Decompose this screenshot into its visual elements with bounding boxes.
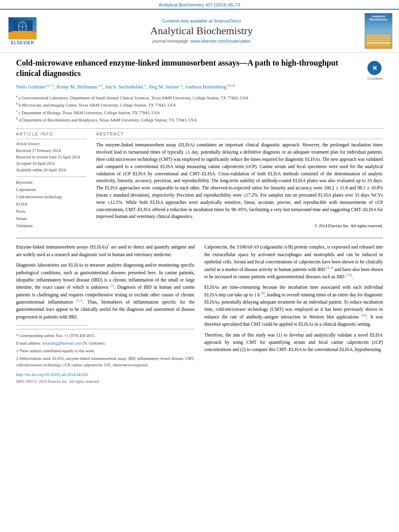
body-divider bbox=[16, 238, 383, 238]
article-info-label: ARTICLE INFO bbox=[16, 132, 86, 136]
section-divider-1 bbox=[16, 128, 383, 129]
svg-rect-1 bbox=[12, 31, 33, 36]
body-section: Enzyme-linked immunosorbent assays (ELIS… bbox=[0, 238, 399, 385]
journal-center-info: Contents lists available at ScienceDirec… bbox=[43, 18, 360, 43]
body-right-para-3: Therefore, the aim of this study was (1)… bbox=[204, 331, 383, 353]
footnote-2: 2 Abbreviations used: ELISA, enzyme-link… bbox=[16, 355, 195, 368]
homepage-label: journal homepage: bbox=[152, 39, 190, 43]
crossmark-icon: ✕ bbox=[367, 61, 382, 75]
elsevier-label: ELSEVIER bbox=[11, 41, 34, 45]
doi-link[interactable]: http://dx.doi.org/10.1016/j.ab.2014.04.0… bbox=[16, 372, 88, 377]
keyword-3: ELISA bbox=[16, 201, 86, 208]
science-direct-link-text[interactable]: ScienceDirect bbox=[214, 18, 241, 23]
body-right-para-2: ELISAs are time-consuming because the in… bbox=[204, 283, 383, 328]
revised-date: Received in revised form 15 April 2014 bbox=[16, 154, 86, 160]
footnote-email: E-mail address: tierarztng@hotmail.com (… bbox=[16, 340, 195, 347]
abstract-label: ABSTRACT bbox=[96, 132, 383, 136]
received-date: Received 27 February 2014 bbox=[16, 148, 86, 154]
email-link[interactable]: tierarztng@hotmail.com bbox=[42, 341, 82, 345]
copyright-notice: © 2014 Elsevier Inc. All rights reserved… bbox=[96, 223, 383, 229]
science-direct-label: Contents lists available at ScienceDirec… bbox=[43, 18, 360, 23]
accepted-date: Accepted 18 April 2014 bbox=[16, 160, 86, 167]
authors-line: Niels Grützner a,*,1, Romy M. Heilmann a… bbox=[16, 82, 383, 91]
footnote-1: 1 These authors contributed equally to t… bbox=[16, 348, 195, 354]
affiliation-a: a a Gastrointestinal Laboratory, Departm… bbox=[16, 94, 383, 101]
info-abstract-section: ARTICLE INFO Article history: Received 2… bbox=[16, 132, 383, 230]
footnotes: * Corresponding author. Fax: +1 (979) 45… bbox=[16, 329, 195, 385]
citation-text: Analytical Biochemistry 457 (2014) 65–73 bbox=[158, 2, 240, 7]
affiliation-c: c c Department of Biology, Texas A&M Uni… bbox=[16, 109, 383, 116]
crossmark-container[interactable]: ✕ CrossMark bbox=[367, 61, 383, 80]
citation-bar: Analytical Biochemistry 457 (2014) 65–73 bbox=[0, 0, 399, 9]
keywords-list: Calprotectin Cold-microwave technology E… bbox=[16, 186, 86, 230]
journal-thumbnail: AnalyticalBiochemistry bbox=[364, 13, 393, 49]
affiliation-b: b b Microscopy and Imaging Center, Texas… bbox=[16, 101, 383, 109]
body-para-1: Enzyme-linked immunosorbent assays (ELIS… bbox=[16, 243, 195, 258]
keywords-label: Keywords: bbox=[16, 180, 86, 185]
keyword-5: Serum bbox=[16, 215, 86, 222]
thumb-title: AnalyticalBiochemistry bbox=[370, 15, 387, 22]
journal-homepage: journal homepage: www.elsevier.com/locat… bbox=[43, 39, 360, 43]
homepage-url[interactable]: www.elsevier.com/locate/yabio bbox=[191, 39, 251, 43]
body-para-2: Diagnostic laboratories use ELISAs to me… bbox=[16, 261, 195, 320]
keyword-2: Cold-microwave technology bbox=[16, 193, 86, 201]
thumb-decoration bbox=[366, 35, 391, 47]
elsevier-graphic bbox=[8, 17, 37, 39]
article-area: ✕ CrossMark Cold-microwave enhanced enzy… bbox=[0, 53, 399, 233]
keyword-1: Calprotectin bbox=[16, 186, 86, 193]
article-title: Cold-microwave enhanced enzyme-linked im… bbox=[16, 58, 383, 78]
abstract-text: The enzyme-linked immunosorbent assay (E… bbox=[96, 142, 383, 229]
elsevier-logo: ELSEVIER bbox=[6, 17, 39, 45]
affiliations: a a Gastrointestinal Laboratory, Departm… bbox=[16, 94, 383, 123]
article-info-column: ARTICLE INFO Article history: Received 2… bbox=[16, 132, 86, 230]
journal-header: ELSEVIER Contents lists available at Sci… bbox=[0, 9, 399, 53]
body-columns: Enzyme-linked immunosorbent assays (ELIS… bbox=[16, 243, 383, 385]
affiliation-d: d d Department of Biochemistry and Bioph… bbox=[16, 116, 383, 123]
keyword-4: Feces bbox=[16, 208, 86, 215]
abstract-column: ABSTRACT The enzyme-linked immunosorbent… bbox=[96, 132, 383, 230]
body-right-para-1: Calprotectin, the S100A8/A9 (calgranulin… bbox=[204, 243, 383, 280]
history-label: Article history: bbox=[16, 142, 86, 146]
footnote-corresponding: * Corresponding author. Fax: +1 (979) 45… bbox=[16, 333, 195, 339]
journal-title: Analytical Biochemistry bbox=[43, 25, 360, 37]
body-left-column: Enzyme-linked immunosorbent assays (ELIS… bbox=[16, 243, 195, 385]
issn-line: 0003-2697/© 2014 Elsevier Inc. All right… bbox=[16, 378, 195, 385]
body-right-column: Calprotectin, the S100A8/A9 (calgranulin… bbox=[204, 243, 383, 385]
keyword-6: Validation bbox=[16, 222, 86, 230]
online-date: Available online 26 April 2014 bbox=[16, 167, 86, 173]
svg-text:✕: ✕ bbox=[372, 65, 377, 72]
